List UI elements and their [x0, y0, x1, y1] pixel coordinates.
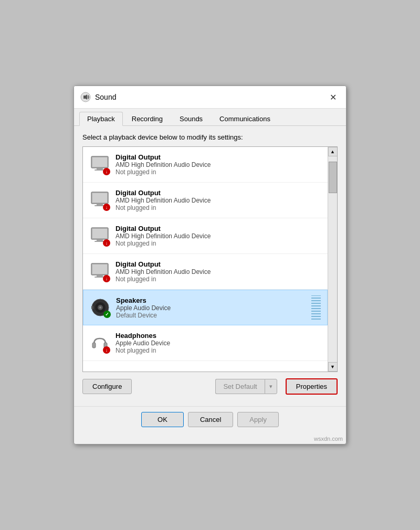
right-buttons: Set Default ▾ Properties	[215, 378, 338, 395]
title-bar: Sound ✕	[74, 86, 346, 109]
scroll-track	[328, 156, 338, 362]
device-info: Digital Output AMD High Definition Audio…	[116, 153, 321, 176]
device-name: Digital Output	[116, 189, 321, 197]
device-status: Not plugged in	[116, 275, 321, 283]
scroll-thumb[interactable]	[329, 162, 337, 193]
device-icon-monitor: ↓	[89, 226, 110, 247]
svg-rect-11	[92, 229, 107, 238]
apply-button[interactable]: Apply	[237, 412, 279, 427]
title-bar-left: Sound	[80, 92, 116, 102]
device-name: Digital Output	[116, 225, 321, 232]
instruction-text: Select a playback device below to modify…	[82, 133, 338, 141]
tab-sounds[interactable]: Sounds	[172, 112, 211, 125]
svg-rect-16	[97, 275, 103, 277]
cancel-button[interactable]: Cancel	[188, 412, 233, 427]
status-badge-red: ↓	[103, 239, 110, 247]
dialog-title: Sound	[95, 93, 116, 101]
svg-rect-22	[91, 306, 93, 309]
status-badge-red: ↓	[103, 168, 110, 175]
svg-rect-23	[92, 343, 96, 348]
device-status: Not plugged in	[116, 240, 321, 247]
bottom-buttons: OK Cancel Apply	[74, 406, 346, 434]
device-sub: AMD High Definition Audio Device	[116, 232, 321, 240]
speaker-title-icon	[80, 92, 91, 102]
device-info: Digital Output AMD High Definition Audio…	[116, 225, 321, 247]
svg-point-21	[99, 306, 101, 309]
device-info: Digital Output AMD High Definition Audio…	[116, 189, 321, 211]
configure-button[interactable]: Configure	[82, 379, 132, 394]
device-sub: AMD High Definition Audio Device	[116, 161, 321, 168]
device-info: Digital Output AMD High Definition Audio…	[116, 260, 321, 283]
properties-button[interactable]: Properties	[286, 378, 338, 395]
device-sub: Apple Audio Device	[116, 304, 306, 312]
device-sub: AMD High Definition Audio Device	[116, 268, 321, 275]
status-badge-red: ↓	[103, 204, 110, 211]
device-sub: AMD High Definition Audio Device	[116, 197, 321, 204]
tab-playback[interactable]: Playback	[79, 112, 123, 126]
set-default-group: Set Default ▾	[215, 379, 277, 394]
close-button[interactable]: ✕	[326, 90, 340, 104]
selection-pattern	[311, 295, 321, 320]
content-area: Select a playback device below to modify…	[74, 126, 346, 406]
device-list: ↓ Digital Output AMD High Definition Aud…	[83, 147, 328, 372]
device-icon-monitor: ↓	[89, 154, 110, 175]
status-badge-green: ✓	[103, 311, 111, 318]
svg-rect-4	[97, 168, 103, 169]
device-list-container: ↓ Digital Output AMD High Definition Aud…	[82, 146, 338, 372]
svg-rect-3	[92, 157, 107, 167]
scroll-down-arrow[interactable]: ▼	[328, 362, 338, 372]
svg-rect-8	[97, 204, 103, 205]
device-info: Headphones Apple Audio Device Not plugge…	[116, 332, 321, 354]
watermark: wsxdn.com	[74, 434, 346, 444]
svg-rect-12	[97, 239, 103, 241]
list-item[interactable]: ↓ Digital Output AMD High Definition Aud…	[83, 254, 328, 290]
set-default-button[interactable]: Set Default	[215, 379, 264, 394]
action-buttons: Configure Set Default ▾ Properties	[82, 378, 338, 395]
ok-button[interactable]: OK	[141, 412, 184, 427]
tab-communications[interactable]: Communications	[212, 112, 278, 125]
svg-rect-15	[92, 264, 107, 274]
list-item-selected[interactable]: ✓ Speakers Apple Audio Device Default De…	[83, 290, 328, 325]
status-badge-red: ↓	[103, 275, 110, 282]
device-info: Speakers Apple Audio Device Default Devi…	[116, 296, 306, 319]
list-item[interactable]: ↓ Headphones Apple Audio Device Not plug…	[83, 325, 328, 361]
device-status: Not plugged in	[116, 204, 321, 211]
set-default-dropdown-arrow[interactable]: ▾	[265, 379, 277, 394]
tab-recording[interactable]: Recording	[124, 112, 171, 125]
list-item[interactable]: ↓ Digital Output AMD High Definition Aud…	[83, 147, 328, 183]
scroll-up-arrow[interactable]: ▲	[328, 147, 338, 156]
device-status: Not plugged in	[116, 347, 321, 354]
status-badge-red: ↓	[103, 346, 110, 354]
device-name: Digital Output	[116, 260, 321, 268]
tabs-bar: Playback Recording Sounds Communications	[74, 109, 346, 126]
device-status: Default Device	[116, 312, 306, 319]
device-name: Speakers	[116, 296, 306, 304]
device-name: Headphones	[116, 332, 321, 340]
list-item[interactable]: ↓ Digital Output AMD High Definition Aud…	[83, 183, 328, 218]
device-icon-speaker: ✓	[90, 297, 111, 318]
scrollbar[interactable]: ▲ ▼	[328, 147, 337, 372]
device-icon-headphones: ↓	[89, 333, 110, 354]
device-icon-monitor: ↓	[89, 261, 110, 282]
device-name: Digital Output	[116, 153, 321, 161]
svg-rect-7	[92, 193, 107, 203]
device-icon-monitor: ↓	[89, 190, 110, 211]
device-sub: Apple Audio Device	[116, 340, 321, 347]
sound-dialog: Sound ✕ Playback Recording Sounds Commun…	[74, 86, 346, 444]
list-item[interactable]: ↓ Digital Output AMD High Definition Aud…	[83, 218, 328, 254]
device-status: Not plugged in	[116, 168, 321, 176]
